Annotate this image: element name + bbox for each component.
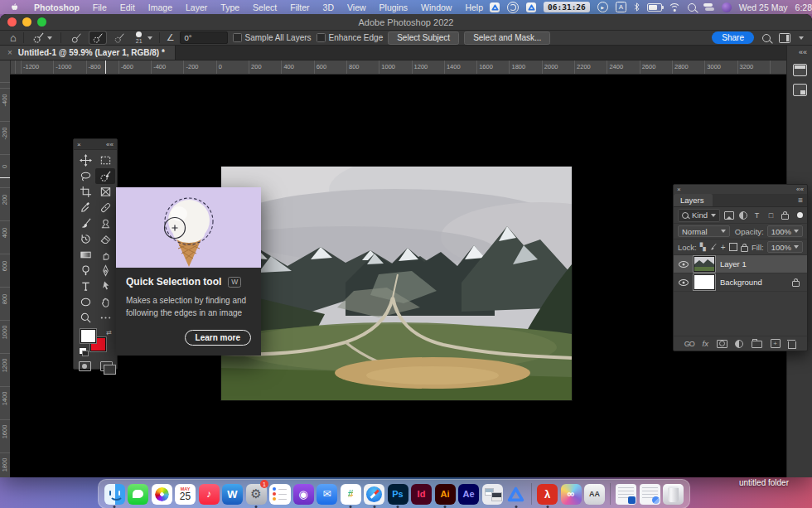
link-layers-icon[interactable]: GO [684,340,694,348]
menu-edit[interactable]: Edit [114,2,142,12]
dock-minwindow2[interactable] [639,481,660,506]
frame-tool[interactable] [95,184,115,200]
menu-type[interactable]: Type [214,2,246,12]
brush-tool[interactable] [75,215,95,231]
play-circle-icon[interactable]: ▶ [597,2,608,12]
crop-tool[interactable] [75,184,95,200]
smudge-tool[interactable] [95,247,115,263]
home-icon[interactable]: ⌂ [0,31,17,44]
clone-stamp-tool[interactable] [95,215,115,231]
history-brush-tool[interactable] [75,231,95,247]
adjustment-layer-icon[interactable] [735,340,743,348]
recorder-app-menu-icon[interactable] [526,2,536,12]
chevron-down-icon[interactable] [147,36,152,40]
dock-calendar[interactable]: MAY25 [175,481,196,506]
dock-gallery[interactable] [481,481,503,506]
subtract-from-selection-mode-button[interactable] [111,31,128,44]
dock-messages[interactable] [128,481,149,506]
menu-photoshop[interactable]: Photoshop [27,2,86,12]
select-subject-button[interactable]: Select Subject [388,31,459,45]
dock-podcasts[interactable]: ◉ [292,481,314,506]
dock-trash[interactable] [663,481,684,506]
menu-bar-date[interactable]: Wed 25 May [739,2,788,12]
search-icon[interactable] [762,34,771,42]
marquee-tool[interactable] [95,152,115,168]
dock-acrobat[interactable]: λ [537,481,558,506]
menu-3d[interactable]: 3D [317,2,341,12]
quick-mask-mode-button[interactable] [79,361,91,371]
color-panel-icon[interactable] [793,64,807,76]
dock-settings[interactable]: ⚙1 [245,481,267,506]
new-layer-icon[interactable]: + [771,339,781,348]
chevron-down-icon[interactable] [799,36,804,40]
dock-creativecloud[interactable]: ∞ [560,481,582,506]
document-tab[interactable]: × Untitled-1 @ 59.9% (Layer 1, RGB/8) * [0,46,176,60]
collapse-panel-icon[interactable]: «« [796,186,804,193]
collapse-panel-icon[interactable]: «« [106,141,114,148]
delete-layer-icon[interactable] [788,341,796,349]
pen-tool[interactable] [95,263,115,278]
default-colors-icon[interactable] [79,347,87,355]
sample-all-layers-checkbox[interactable]: Sample All Layers [233,33,312,42]
visibility-eye-icon[interactable] [679,261,689,268]
layer-row-layer1[interactable]: Layer 1 [674,255,807,273]
new-selection-mode-button[interactable] [68,31,85,44]
filter-adjustment-layers-icon[interactable] [737,211,748,220]
filter-type-layers-icon[interactable]: T [752,211,762,220]
more-tools[interactable] [95,310,115,326]
menu-layer[interactable]: Layer [179,2,214,12]
share-button[interactable]: Share [712,31,754,44]
capture-app-menu-icon[interactable] [490,2,500,12]
dock-reminders[interactable] [269,481,291,506]
workspace-switcher-icon[interactable] [779,33,790,43]
lock-position-icon[interactable]: + [721,243,726,252]
dock-indesign[interactable]: Id [411,481,433,506]
creative-cloud-menu-icon[interactable] [507,2,519,13]
layer-row-background[interactable]: Background [674,273,807,292]
eyedropper-tool[interactable] [75,200,95,215]
spotlight-search-icon[interactable] [688,3,696,12]
battery-icon[interactable] [647,3,662,12]
hand-tool[interactable] [95,294,115,310]
lock-transparency-icon[interactable]: ▚ [700,243,706,251]
input-source-icon[interactable]: A [616,2,626,12]
menu-plugins[interactable]: Plugins [373,2,414,12]
healing-brush-tool[interactable] [95,200,115,215]
tab-layers[interactable]: Layers [674,194,713,206]
eraser-tool[interactable] [95,231,115,247]
gradient-tool[interactable] [75,247,95,263]
lock-all-icon[interactable] [741,243,748,252]
filter-shape-layers-icon[interactable]: □ [766,211,776,220]
horizontal-ruler[interactable]: -1200-1000-800-600-400-20002004006008001… [0,60,787,75]
layer-thumbnail[interactable] [694,256,715,272]
panel-menu-icon[interactable]: ≡ [798,196,803,205]
filter-pixel-layers-icon[interactable] [723,211,734,220]
learn-more-button[interactable]: Learn more [185,330,251,346]
screen-mode-button[interactable] [100,361,113,371]
user-avatar-icon[interactable] [722,2,732,12]
menu-view[interactable]: View [341,2,373,12]
dock-minwindow1[interactable] [616,481,637,506]
bluetooth-icon[interactable] [634,2,640,12]
dock-music[interactable]: ♪ [198,481,220,506]
quick-selection-tool[interactable] [95,168,115,184]
close-tab-icon[interactable]: × [7,48,12,57]
wifi-icon[interactable] [669,3,680,12]
fill-field[interactable]: 100% [767,241,803,253]
menu-filter[interactable]: Filter [283,2,316,12]
dock-mail[interactable]: ✉ [317,481,338,506]
dock-capture[interactable] [505,481,527,506]
menu-window[interactable]: Window [414,2,458,12]
menu-select[interactable]: Select [246,2,283,12]
lock-pixels-icon[interactable] [709,243,718,251]
select-and-mask-button[interactable]: Select and Mask... [464,31,550,45]
desktop-folder-label[interactable]: untitled folder [739,478,789,487]
move-tool[interactable] [75,152,95,168]
close-panel-icon[interactable]: × [677,186,681,193]
enhance-edge-checkbox[interactable]: Enhance Edge [317,33,384,42]
dodge-tool[interactable] [75,263,95,278]
dock-aftereffects[interactable]: Ae [458,481,480,506]
lasso-tool[interactable] [75,168,95,184]
visibility-eye-icon[interactable] [679,279,689,286]
properties-panel-icon[interactable] [793,84,807,96]
